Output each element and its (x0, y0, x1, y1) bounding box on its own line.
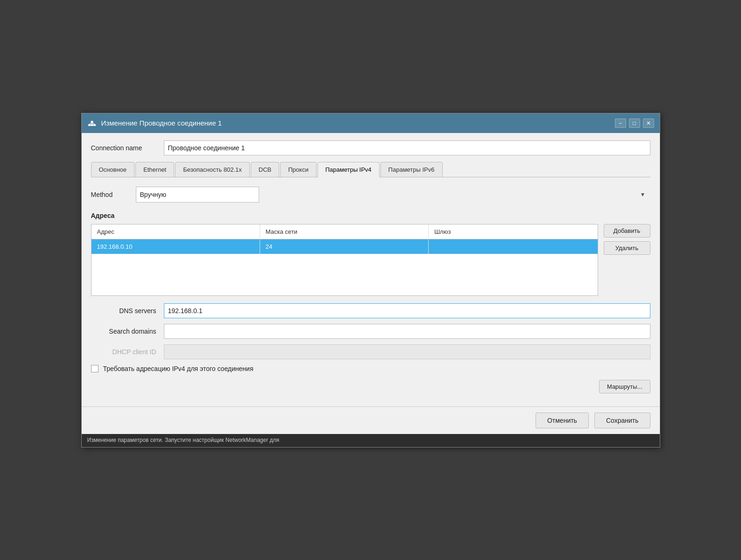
tab-ipv4[interactable]: Параметры IPv4 (318, 162, 380, 177)
addresses-section: Адреса Адрес Маска сети Шлюз 192.168.0.1… (91, 212, 650, 296)
checkbox-label: Требовать адресацию IPv4 для этого соеди… (103, 365, 254, 372)
tab-ethernet[interactable]: Ethernet (135, 162, 174, 177)
dns-servers-row: DNS servers (91, 303, 650, 318)
tab-dcb[interactable]: DCB (251, 162, 279, 177)
method-row: Method Автоматически (DHCP) Вручную Толь… (91, 187, 650, 203)
network-icon (87, 119, 97, 128)
maximize-button[interactable]: □ (629, 119, 640, 128)
svg-rect-2 (93, 124, 96, 126)
dns-servers-input[interactable] (164, 303, 650, 318)
search-domains-row: Search domains (91, 324, 650, 339)
titlebar-title: Изменение Проводное соединение 1 (101, 119, 615, 127)
addresses-table-wrapper: Адрес Маска сети Шлюз 192.168.0.10 24 (91, 224, 598, 296)
method-label: Method (91, 191, 128, 198)
connection-name-input[interactable] (164, 140, 650, 155)
window: Изменение Проводное соединение 1 − □ ✕ C… (81, 113, 660, 448)
routes-section: Маршруты... (91, 380, 650, 393)
svg-rect-3 (91, 121, 93, 123)
tab-ipv6[interactable]: Параметры IPv6 (381, 162, 443, 177)
delete-button[interactable]: Удалить (604, 241, 650, 255)
svg-rect-0 (88, 124, 91, 126)
close-button[interactable]: ✕ (643, 119, 654, 128)
main-content: Connection name Основное Ethernet Безопа… (82, 133, 660, 406)
addresses-table: Адрес Маска сети Шлюз 192.168.0.10 24 (91, 224, 598, 296)
titlebar: Изменение Проводное соединение 1 − □ ✕ (82, 113, 660, 133)
save-button[interactable]: Сохранить (594, 413, 650, 428)
minimize-button[interactable]: − (615, 119, 626, 128)
col-gateway: Шлюз (429, 224, 597, 239)
dns-servers-label: DNS servers (91, 307, 156, 315)
tab-bezopasnost[interactable]: Безопасность 802.1x (175, 162, 250, 177)
table-body: 192.168.0.10 24 (92, 239, 598, 295)
search-domains-input[interactable] (164, 324, 650, 339)
connection-name-row: Connection name (91, 140, 650, 155)
row-gateway (429, 239, 597, 254)
checkbox-row: Требовать адресацию IPv4 для этого соеди… (91, 365, 650, 372)
col-mask: Маска сети (260, 224, 429, 239)
connection-name-label: Connection name (91, 144, 156, 152)
cancel-button[interactable]: Отменить (536, 413, 589, 428)
statusbar: Изменение параметров сети. Запустите нас… (82, 434, 660, 447)
footer: Отменить Сохранить (82, 406, 660, 434)
row-mask: 24 (260, 239, 429, 254)
dhcp-client-id-label: DHCP client ID (91, 348, 156, 356)
tab-proksi[interactable]: Прокси (280, 162, 316, 177)
method-select[interactable]: Автоматически (DHCP) Вручную Только лока… (136, 187, 259, 203)
ipv4-required-checkbox[interactable] (91, 365, 99, 372)
routes-button[interactable]: Маршруты... (599, 380, 650, 393)
svg-line-6 (92, 123, 95, 124)
tab-osnovnoe[interactable]: Основное (91, 162, 135, 177)
addresses-buttons: Добавить Удалить (604, 224, 650, 296)
col-address: Адрес (92, 224, 260, 239)
dhcp-client-id-input (164, 344, 650, 359)
dhcp-client-id-row: DHCP client ID (91, 344, 650, 359)
svg-rect-1 (91, 124, 93, 126)
table-row[interactable]: 192.168.0.10 24 (92, 239, 598, 254)
svg-line-5 (89, 123, 92, 124)
method-select-wrapper: Автоматически (DHCP) Вручную Только лока… (136, 187, 650, 203)
table-header: Адрес Маска сети Шлюз (92, 224, 598, 239)
titlebar-controls: − □ ✕ (615, 119, 654, 128)
addresses-title: Адреса (91, 212, 650, 219)
search-domains-label: Search domains (91, 328, 156, 335)
row-address: 192.168.0.10 (92, 239, 260, 254)
add-button[interactable]: Добавить (604, 224, 650, 238)
addresses-layout: Адрес Маска сети Шлюз 192.168.0.10 24 (91, 224, 650, 296)
tabs-bar: Основное Ethernet Безопасность 802.1x DC… (91, 162, 650, 177)
